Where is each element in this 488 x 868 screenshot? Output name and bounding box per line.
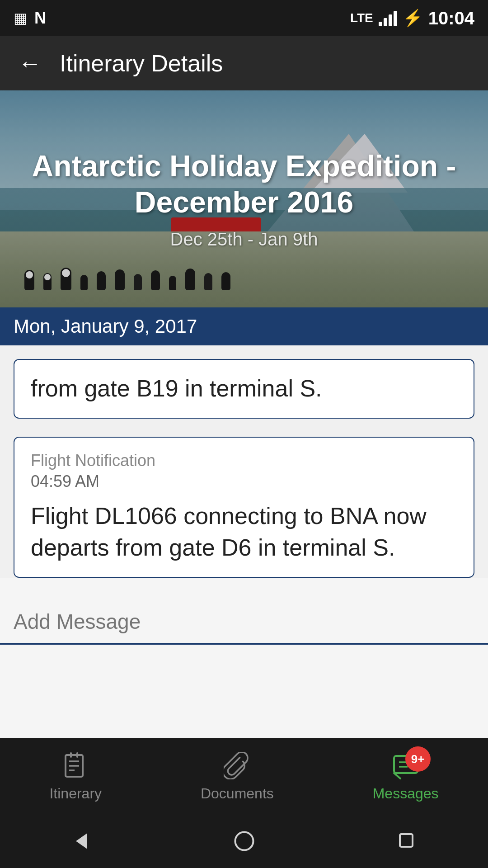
partial-notification-card: from gate B19 in terminal S. [14, 359, 474, 419]
tab-itinerary-label: Itinerary [49, 785, 102, 802]
add-message-section [0, 591, 488, 645]
tab-documents-label: Documents [201, 785, 274, 802]
signal-bars [379, 10, 397, 26]
expedition-dates: Dec 25th - Jan 9th [18, 229, 470, 250]
home-system-button[interactable] [232, 829, 257, 854]
bottom-navigation: Itinerary Documents 9+ Messages [0, 738, 488, 814]
flight-notification-card[interactable]: Flight Notification 04:59 AM Flight DL10… [14, 437, 474, 578]
documents-icon [221, 750, 253, 782]
partial-card-text: from gate B19 in terminal S. [31, 373, 457, 404]
add-message-input[interactable] [14, 609, 474, 634]
hero-section: Antarctic Holiday Expedition - December … [0, 90, 488, 307]
hero-text: Antarctic Holiday Expedition - December … [0, 148, 488, 249]
status-bar-right: LTE ⚡ 10:04 [350, 8, 474, 28]
messages-icon: 9+ [390, 750, 422, 782]
tab-messages-label: Messages [373, 785, 439, 802]
messages-badge: 9+ [405, 746, 431, 772]
app-header: ← Itinerary Details [0, 36, 488, 90]
system-navigation [0, 814, 488, 868]
page-title: Itinerary Details [60, 50, 223, 77]
clock: 10:04 [428, 8, 474, 28]
back-button[interactable]: ← [18, 52, 42, 75]
recents-system-button[interactable] [394, 829, 419, 854]
card-message-text: Flight DL1066 connecting to BNA now depa… [31, 500, 457, 563]
svg-rect-12 [400, 834, 413, 847]
date-section-header: Mon, January 9, 2017 [0, 307, 488, 345]
back-system-button[interactable] [69, 829, 94, 854]
svg-point-11 [235, 832, 253, 850]
content-area: from gate B19 in terminal S. Flight Noti… [0, 345, 488, 578]
card-type-label: Flight Notification [31, 451, 457, 470]
svg-marker-10 [76, 833, 87, 849]
tab-itinerary[interactable]: Itinerary [49, 750, 102, 802]
card-time-label: 04:59 AM [31, 472, 457, 491]
lte-indicator: LTE [350, 11, 373, 25]
battery-icon: ⚡ [403, 9, 423, 28]
n-icon: N [34, 9, 46, 28]
notification-icon: ▦ [14, 9, 27, 27]
tab-documents[interactable]: Documents [201, 750, 274, 802]
itinerary-icon [60, 750, 91, 782]
status-bar: ▦ N LTE ⚡ 10:04 [0, 0, 488, 36]
status-bar-left: ▦ N [14, 9, 46, 28]
expedition-title: Antarctic Holiday Expedition - December … [18, 148, 470, 220]
date-label: Mon, January 9, 2017 [14, 316, 197, 337]
tab-messages[interactable]: 9+ Messages [373, 750, 439, 802]
